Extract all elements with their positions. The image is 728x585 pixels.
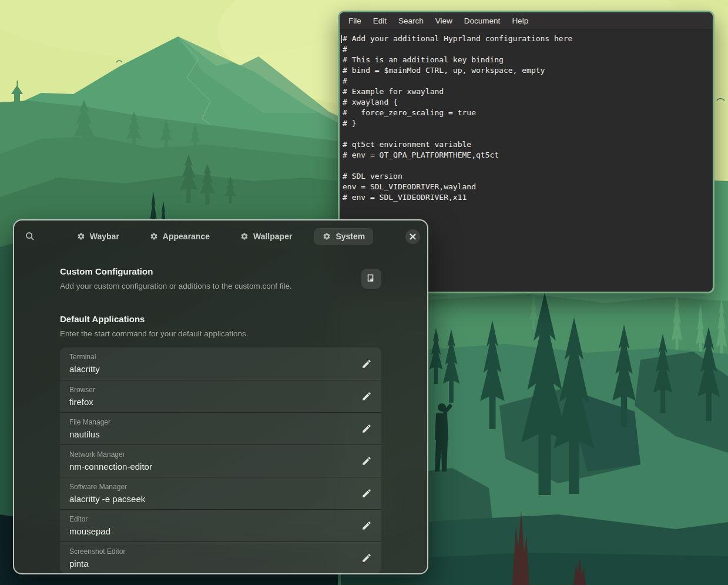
code-line: # env = SDL_VIDEODRIVER,x11 xyxy=(343,192,709,203)
code-line: # xwayland { xyxy=(343,97,709,108)
custom-configuration-title: Custom Configuration xyxy=(60,266,292,276)
code-line: # force_zero_scaling = true xyxy=(343,108,709,118)
row-value: alacritty -e pacseek xyxy=(69,494,372,504)
default-applications-section: Default Applications Enter the start com… xyxy=(60,314,381,574)
editor-menubar: File Edit Search View Document Help xyxy=(340,12,713,30)
row-value: nm-connection-editor xyxy=(69,462,372,472)
code-line: # } xyxy=(343,118,709,129)
dialog-header: Waybar Appearance Wallpaper System xyxy=(14,220,427,250)
pencil-icon[interactable] xyxy=(361,359,372,369)
menu-file[interactable]: File xyxy=(343,12,367,29)
menu-view[interactable]: View xyxy=(430,12,458,29)
code-line: # Add your additional Hyprland configura… xyxy=(343,34,709,44)
tab-system[interactable]: System xyxy=(314,228,373,245)
tab-label: Appearance xyxy=(163,232,210,241)
row-screenshot-editor[interactable]: Screenshot Editor pinta xyxy=(60,541,381,574)
code-line: # Example for xwayland xyxy=(343,86,709,97)
close-icon[interactable] xyxy=(405,229,420,244)
menu-help[interactable]: Help xyxy=(506,12,534,29)
gear-icon xyxy=(240,232,249,240)
code-line xyxy=(343,129,709,139)
pencil-icon[interactable] xyxy=(361,423,372,434)
tab-waybar[interactable]: Waybar xyxy=(69,228,128,245)
row-label: Editor xyxy=(69,515,372,523)
code-line: # This is an additional key binding xyxy=(343,55,709,65)
custom-configuration-section: Custom Configuration Add your custom con… xyxy=(60,266,381,290)
text-cursor xyxy=(341,35,342,43)
edit-custom-conf-button[interactable] xyxy=(361,269,381,289)
gear-icon xyxy=(323,232,331,240)
code-line xyxy=(343,161,709,171)
search-icon[interactable] xyxy=(24,230,36,243)
pencil-icon[interactable] xyxy=(361,488,372,499)
tab-label: System xyxy=(336,232,365,241)
settings-dialog: Waybar Appearance Wallpaper System xyxy=(13,219,428,574)
tab-label: Wallpaper xyxy=(253,232,292,241)
row-label: Software Manager xyxy=(69,483,372,491)
row-network-manager[interactable]: Network Manager nm-connection-editor xyxy=(60,444,381,477)
row-value: firefox xyxy=(69,397,372,407)
row-browser[interactable]: Browser firefox xyxy=(60,380,381,412)
gear-icon xyxy=(77,232,85,240)
menu-edit[interactable]: Edit xyxy=(367,12,392,29)
row-software-manager[interactable]: Software Manager alacritty -e pacseek xyxy=(60,477,381,509)
row-label: File Manager xyxy=(69,418,372,426)
editor-text-area[interactable]: # Add your additional Hyprland configura… xyxy=(340,30,713,203)
pencil-icon[interactable] xyxy=(361,553,372,563)
default-applications-subtitle: Enter the start command for your default… xyxy=(60,329,381,338)
row-file-manager[interactable]: File Manager nautilus xyxy=(60,412,381,444)
code-line: # SDL version xyxy=(343,171,709,182)
code-line: # env = QT_QPA_PLATFORMTHEME,qt5ct xyxy=(343,150,709,161)
row-value: mousepad xyxy=(69,526,372,536)
row-label: Screenshot Editor xyxy=(69,547,372,556)
custom-configuration-subtitle: Add your custom configuration or additio… xyxy=(60,282,292,290)
row-value: alacritty xyxy=(69,364,372,374)
dialog-body: Custom Configuration Add your custom con… xyxy=(14,250,427,574)
code-line: # qt5ct environment variable xyxy=(343,139,709,150)
row-terminal[interactable]: Terminal alacritty xyxy=(60,347,381,380)
row-value: nautilus xyxy=(69,429,372,439)
code-line: env = SDL_VIDEODRIVER,wayland xyxy=(343,182,709,192)
file-edit-icon xyxy=(367,274,376,283)
gear-icon xyxy=(150,232,158,240)
default-applications-title: Default Applications xyxy=(60,314,381,324)
row-editor[interactable]: Editor mousepad xyxy=(60,509,381,541)
row-value: pinta xyxy=(69,559,372,569)
row-label: Network Manager xyxy=(69,450,372,459)
tab-strip: Waybar Appearance Wallpaper System xyxy=(36,228,405,245)
pencil-icon[interactable] xyxy=(361,456,372,466)
pencil-icon[interactable] xyxy=(361,391,372,402)
pencil-icon[interactable] xyxy=(361,520,372,531)
default-applications-list: Terminal alacritty Browser firefox File … xyxy=(60,347,381,574)
tab-wallpaper[interactable]: Wallpaper xyxy=(232,228,300,245)
tab-label: Waybar xyxy=(90,232,119,241)
tab-appearance[interactable]: Appearance xyxy=(142,228,218,245)
menu-search[interactable]: Search xyxy=(392,12,430,29)
code-line: # bind = $mainMod CTRL, up, workspace, e… xyxy=(343,65,709,76)
row-label: Terminal xyxy=(69,353,372,361)
row-label: Browser xyxy=(69,386,372,394)
code-line: # xyxy=(343,44,709,55)
menu-document[interactable]: Document xyxy=(458,12,506,29)
code-line: # xyxy=(343,76,709,86)
